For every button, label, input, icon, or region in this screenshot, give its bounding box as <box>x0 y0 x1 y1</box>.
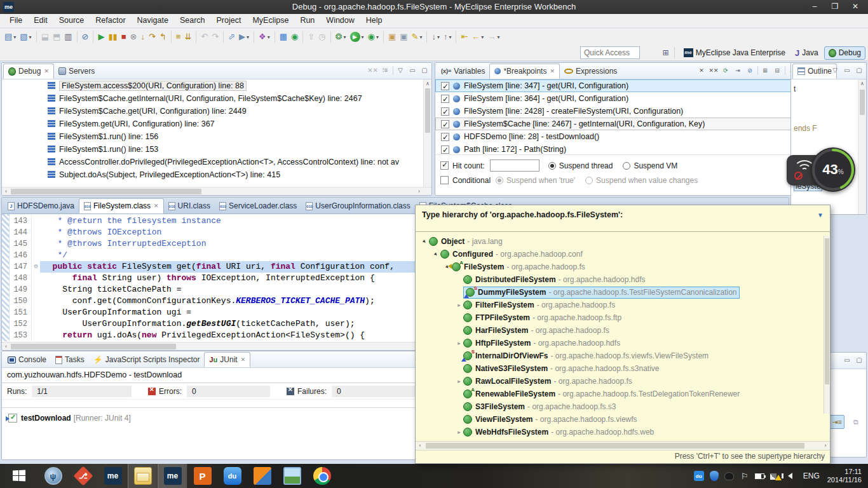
menu-myeclipse[interactable]: MyEclipse <box>247 14 294 27</box>
scroll-left-arrow[interactable]: ‹ <box>416 442 424 450</box>
scroll-up-arrow[interactable]: ∧ <box>858 79 866 88</box>
type-hierarchy-row[interactable]: ▸AFileSystem- org.apache.hadoop.fs <box>416 261 830 273</box>
file-explorer-app[interactable] <box>128 464 158 488</box>
type-hierarchy-row[interactable]: DistributedFileSystem- org.apache.hadoop… <box>416 273 830 286</box>
stack-frame[interactable]: FileSystem$Cache.getInternal(URI, Config… <box>2 92 431 105</box>
close-tab-icon[interactable]: ✕ <box>241 356 246 363</box>
start-button[interactable] <box>0 464 38 488</box>
terminate-button[interactable]: ■ <box>120 30 128 44</box>
dropdown-caret[interactable]: ▾ <box>376 34 379 40</box>
menu-edit[interactable]: Edit <box>28 14 53 27</box>
suspend-thread-radio[interactable] <box>548 162 556 170</box>
menu-navigate[interactable]: Navigate <box>132 14 174 27</box>
tab-javascript-scripts-inspector[interactable]: ⚡JavaScript Scripts Inspector <box>89 352 205 367</box>
close-tab-icon[interactable]: ✕ <box>550 68 555 74</box>
baidu-music-tray-icon[interactable]: du <box>691 464 707 488</box>
minimize-view-button[interactable]: ▭ <box>842 65 852 76</box>
scrollbar-thumb[interactable] <box>425 88 430 133</box>
scrollbar-thumb[interactable] <box>860 90 865 115</box>
menu-help[interactable]: Help <box>360 14 388 27</box>
sourcetree-app[interactable]: ψ <box>38 464 68 488</box>
dropdown-caret[interactable]: ▾ <box>29 34 32 40</box>
tab-uri-class[interactable]: 010URI.class <box>164 198 215 214</box>
myeclipse-active-app[interactable]: me <box>158 464 187 488</box>
layout-button[interactable]: ⧉ <box>848 415 864 429</box>
conditional-checkbox[interactable] <box>440 176 449 184</box>
debug-view-mode-button[interactable]: ⁝≡ <box>380 65 390 76</box>
skip-all-breakpoints-button[interactable]: ⊘ <box>745 65 755 76</box>
dropdown-caret[interactable]: ▾ <box>449 34 451 40</box>
tab-tasks[interactable]: Tasks <box>51 352 89 367</box>
scroll-left-arrow[interactable]: ‹ <box>2 342 10 351</box>
dropdown-caret[interactable]: ▾ <box>344 34 346 40</box>
print-button[interactable]: ▥ <box>63 30 73 44</box>
breakpoint-checkbox[interactable] <box>441 95 449 103</box>
stack-frame[interactable]: Subject.doAs(Subject, PrivilegedExceptio… <box>2 168 431 181</box>
run-button[interactable]: ▶▾ <box>349 30 365 44</box>
palette-button[interactable]: ❖▾ <box>257 30 271 44</box>
breakpoint-checkbox[interactable] <box>441 133 449 141</box>
save-button[interactable]: ⬓ <box>40 30 50 44</box>
stack-frame[interactable]: FileSystem$Cache.get(URI, Configuration)… <box>2 105 431 118</box>
tree-expand-icon[interactable]: ▸ <box>455 378 463 384</box>
type-hierarchy-row[interactable]: SInternalDirOfViewFs- org.apache.hadoop.… <box>416 349 830 362</box>
dropdown-caret[interactable]: ▾ <box>419 34 422 40</box>
tab-expressions[interactable]: Expressions <box>560 64 621 79</box>
remove-all-terminated-button[interactable]: ✕✕ <box>367 65 378 76</box>
tab-usergroupinformation-class[interactable]: 010UserGroupInformation.class <box>301 198 414 214</box>
hit-count-checkbox[interactable] <box>440 161 449 170</box>
language-indicator[interactable]: ENG <box>798 471 825 480</box>
quick-access-input[interactable] <box>580 46 640 59</box>
tab-hdfsdemo-java[interactable]: JHDFSDemo.java <box>3 198 79 214</box>
perspective-java[interactable]: JJava <box>791 46 822 60</box>
perspective-myeclipse[interactable]: meMyEclipse Java Enterprise <box>680 46 789 60</box>
suspend-vm-radio[interactable] <box>623 162 630 170</box>
tree-expand-icon[interactable]: ▸ <box>455 340 463 346</box>
tree-expand-icon[interactable]: ▸ <box>455 302 463 308</box>
highlighter-button[interactable]: ✎▾ <box>410 30 424 44</box>
deploy-project-button[interactable]: ⬀ <box>227 30 236 44</box>
close-button[interactable]: ✕ <box>845 0 865 14</box>
stack-frame[interactable]: FileSystem$1.run() line: 153 <box>2 143 431 156</box>
tab-servers[interactable]: Servers <box>54 64 99 79</box>
run-on-server-button[interactable]: ▶▾ <box>238 30 250 44</box>
tab--breakpoints[interactable]: *Breakpoints✕ <box>489 64 560 79</box>
step-return-button[interactable]: ↰ <box>158 30 168 44</box>
go-to-file-button[interactable]: ⇥ <box>733 65 743 76</box>
clock[interactable]: 17:11 2014/11/16 <box>825 468 868 484</box>
view-menu-button[interactable]: ▽ <box>830 65 840 76</box>
maximize-view-button[interactable]: ▢ <box>854 65 864 76</box>
link-with-editor-button[interactable]: ⇥≡ <box>829 415 844 429</box>
minimize-view-button[interactable]: ▭ <box>407 65 417 76</box>
p-app[interactable]: P <box>187 464 217 488</box>
step-into-button[interactable]: ↓ <box>140 30 147 44</box>
stack-frame[interactable]: FileSystem.get(URI, Configuration) line:… <box>2 118 431 130</box>
debug-vertical-scrollbar[interactable]: ∧ <box>423 79 431 187</box>
open-type-button[interactable]: ▣ <box>387 30 397 44</box>
type-hierarchy-row[interactable]: ▸RawLocalFileSystem- org.apache.hadoop.f… <box>416 375 830 388</box>
dropdown-caret[interactable]: ▾ <box>268 34 270 40</box>
last-edit-location-button[interactable]: ⇤ <box>459 30 469 44</box>
dropdown-caret[interactable]: ▾ <box>497 34 499 40</box>
open-perspective-button[interactable]: ⊞ <box>661 46 670 60</box>
stack-frame[interactable]: FileSystem$1.run() line: 156 <box>2 130 431 143</box>
tab-variables[interactable]: (x)=Variables <box>437 64 489 79</box>
scrollbar-thumb[interactable] <box>426 443 804 449</box>
suspend-changes-radio[interactable] <box>585 177 593 184</box>
scroll-left-arrow[interactable]: ‹ <box>2 187 10 195</box>
dropdown-caret[interactable]: ▾ <box>247 34 249 40</box>
new-wizard-button[interactable]: ▤▾ <box>3 30 17 44</box>
remove-breakpoint-button[interactable]: ✕ <box>696 65 707 76</box>
menu-source[interactable]: Source <box>53 14 90 27</box>
view-menu-button[interactable]: ▽ <box>395 65 405 76</box>
battery-tray-icon[interactable] <box>752 464 768 488</box>
back-edit-button[interactable]: ↶ <box>200 30 209 44</box>
profile-button[interactable]: ◉▾ <box>367 30 380 44</box>
scroll-up-arrow[interactable]: ∧ <box>424 79 431 88</box>
tab-serviceloader-class[interactable]: 010ServiceLoader.class <box>215 198 301 214</box>
action-center-flag-icon[interactable]: ⚐ <box>737 464 752 488</box>
dropdown-caret[interactable]: ▾ <box>362 34 364 40</box>
type-hierarchy-row[interactable]: NativeS3FileSystem- org.apache.hadoop.fs… <box>416 362 830 375</box>
menu-run[interactable]: Run <box>294 14 320 27</box>
tab-junit[interactable]: JuJUnit✕ <box>204 352 250 367</box>
